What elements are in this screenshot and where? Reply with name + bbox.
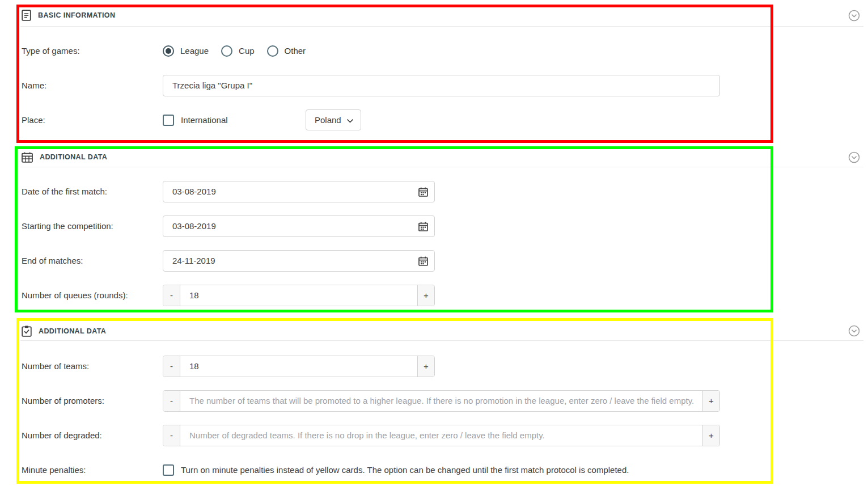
degraded-input[interactable] [180, 425, 702, 446]
teams-input[interactable] [180, 356, 417, 377]
field-label: Number of teams: [22, 361, 163, 371]
row-number-of-degraded: Number of degraded: - + [0, 418, 863, 453]
field-label: Number of queues (rounds): [22, 290, 163, 300]
type-of-games-radio-group: League Cup Other [163, 45, 306, 57]
end-of-matches-date-input[interactable]: 24-11-2019 [163, 250, 435, 272]
section-title: BASIC INFORMATION [38, 11, 115, 19]
field-label: Date of the first match: [22, 187, 163, 196]
row-starting-competition: Starting the competition: 03-08-2019 [0, 209, 863, 243]
field-label: Type of games: [22, 46, 163, 56]
name-input[interactable] [163, 75, 720, 96]
section-basic-information: BASIC INFORMATION Type of games: League … [0, 5, 863, 137]
queues-stepper: - + [163, 285, 435, 306]
section-title: ADDITIONAL DATA [39, 327, 106, 335]
decrement-button[interactable]: - [163, 356, 180, 377]
queues-input[interactable] [180, 285, 417, 306]
calendar-icon[interactable] [418, 187, 428, 199]
row-date-first-match: Date of the first match: 03-08-2019 [0, 174, 863, 209]
minute-penalties-checkbox[interactable] [163, 464, 174, 476]
decrement-button[interactable]: - [163, 285, 180, 306]
field-label: Number of promoters: [22, 396, 163, 405]
field-label: Number of degraded: [22, 430, 163, 440]
date-value: 03-08-2019 [172, 221, 216, 231]
section-additional-data-dates: ADDITIONAL DATA Date of the first match:… [0, 147, 863, 312]
row-number-of-teams: Number of teams: - + [0, 349, 863, 383]
checkbox-label: International [181, 115, 228, 125]
radio-icon [163, 45, 174, 57]
league-settings-form: BASIC INFORMATION Type of games: League … [0, 5, 863, 486]
radio-option-cup[interactable]: Cup [221, 45, 255, 57]
chevron-down-icon [347, 115, 353, 125]
date-value: 03-08-2019 [172, 187, 216, 196]
row-type-of-games: Type of games: League Cup Other [0, 33, 863, 68]
section-title: ADDITIONAL DATA [40, 153, 107, 161]
section-additional-data-teams: ADDITIONAL DATA Number of teams: - + Num… [0, 322, 863, 486]
radio-label: Cup [239, 46, 255, 56]
international-checkbox[interactable] [163, 115, 174, 126]
field-label: Starting the competition: [22, 221, 163, 231]
international-checkbox-wrap: International [163, 115, 306, 126]
promoters-input[interactable] [180, 391, 702, 411]
radio-icon [221, 45, 232, 57]
decrement-button[interactable]: - [163, 391, 180, 411]
field-label: End of matches: [22, 256, 163, 265]
calendar-icon[interactable] [418, 256, 428, 268]
calendar-icon[interactable] [418, 222, 428, 234]
row-end-of-matches: End of matches: 24-11-2019 [0, 243, 863, 278]
document-icon [22, 10, 31, 21]
row-number-of-queues: Number of queues (rounds): - + [0, 278, 863, 312]
degraded-stepper: - + [163, 425, 720, 446]
row-name: Name: [0, 68, 863, 103]
teams-stepper: - + [163, 356, 435, 377]
row-place: Place: International Poland [0, 103, 863, 137]
radio-label: Other [285, 46, 306, 56]
increment-button[interactable]: + [702, 425, 719, 446]
chevron-down-circle-icon[interactable] [848, 325, 860, 337]
field-label: Minute penalties: [22, 465, 163, 475]
field-label: Name: [22, 81, 163, 90]
radio-label: League [180, 46, 209, 56]
section-header-basic-information: BASIC INFORMATION [0, 5, 863, 26]
chevron-down-circle-icon[interactable] [848, 151, 860, 163]
promoters-stepper: - + [163, 390, 720, 412]
radio-option-league[interactable]: League [163, 45, 209, 57]
section-header-additional-data-teams: ADDITIONAL DATA [0, 322, 863, 340]
increment-button[interactable]: + [417, 356, 434, 377]
radio-icon [267, 45, 278, 57]
minute-penalties-checkbox-wrap: Turn on minute penalties instead of yell… [163, 464, 629, 476]
row-minute-penalties: Minute penalties: Turn on minute penalti… [0, 453, 863, 486]
first-match-date-input[interactable]: 03-08-2019 [163, 181, 435, 202]
country-select[interactable]: Poland [306, 109, 361, 130]
increment-button[interactable]: + [417, 285, 434, 306]
row-number-of-promoters: Number of promoters: - + [0, 383, 863, 418]
section-header-additional-data-dates: ADDITIONAL DATA [0, 147, 863, 167]
chevron-down-circle-icon[interactable] [848, 10, 860, 22]
increment-button[interactable]: + [702, 391, 719, 411]
radio-option-other[interactable]: Other [267, 45, 306, 57]
field-label: Place: [22, 115, 163, 125]
decrement-button[interactable]: - [163, 425, 180, 446]
checkbox-label: Turn on minute penalties instead of yell… [181, 465, 629, 475]
date-value: 24-11-2019 [172, 256, 215, 265]
country-select-value: Poland [315, 115, 341, 125]
calendar-grid-icon [22, 152, 33, 163]
clipboard-check-icon [22, 326, 32, 337]
starting-competition-date-input[interactable]: 03-08-2019 [163, 215, 435, 237]
